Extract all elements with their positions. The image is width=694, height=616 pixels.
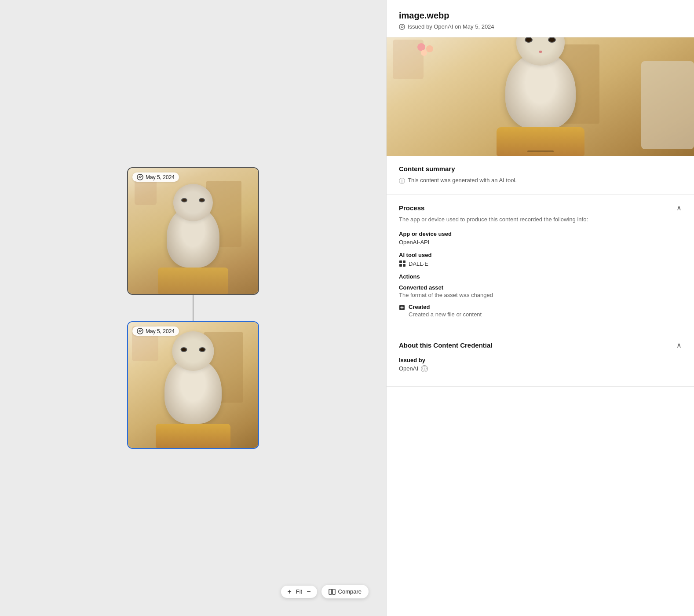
svg-rect-11 [403, 264, 405, 267]
process-subtitle: The app or device used to produce this c… [399, 216, 682, 224]
panel-header: image.webp Issued by OpenAI on May 5, 20… [387, 0, 694, 37]
image-node-bottom[interactable]: May 5, 2024 [127, 321, 259, 449]
action-created-content: Created Created a new file or content [409, 304, 482, 318]
ai-tool-label: AI tool used [399, 252, 682, 258]
top-node-date-badge: May 5, 2024 [132, 172, 179, 182]
info-icon: ⓘ [399, 176, 405, 186]
right-panel: image.webp Issued by OpenAI on May 5, 20… [386, 0, 694, 616]
panel-cat-scene [387, 37, 694, 156]
svg-rect-5 [332, 589, 335, 594]
canvas-content: May 5, 2024 [127, 167, 259, 449]
cat-eye-left [181, 198, 187, 202]
flowers [417, 43, 439, 70]
process-title: Process [399, 204, 424, 212]
panel-issued: Issued by OpenAI on May 5, 2024 [399, 23, 682, 30]
svg-rect-9 [403, 260, 405, 263]
ai-tool-field: AI tool used DALL·E [399, 252, 682, 267]
cat-stool-2 [156, 424, 230, 448]
bottom-cat-image [128, 322, 258, 448]
zoom-in-button[interactable]: + [286, 588, 292, 595]
cat-stool [158, 268, 228, 294]
bottom-node-date: May 5, 2024 [146, 328, 175, 334]
content-summary-section: Content summary ⓘ This content was gener… [387, 156, 694, 195]
content-summary-desc: ⓘ This content was generated with an AI … [399, 176, 682, 186]
panel-issued-text: Issued by OpenAI on May 5, 2024 [408, 23, 494, 30]
issued-by-info-icon[interactable]: ⓘ [421, 365, 428, 372]
action-created: Created Created a new file or content [399, 304, 682, 318]
actions-label: Actions [399, 273, 682, 280]
scroll-indicator [527, 150, 554, 152]
fit-label: Fit [296, 588, 302, 595]
cr-icon-top [137, 174, 143, 180]
app-device-value: OpenAI-API [399, 239, 682, 246]
main-canvas: May 5, 2024 [0, 0, 386, 616]
compare-icon [329, 589, 336, 595]
panel-filename: image.webp [399, 11, 682, 21]
top-node-date: May 5, 2024 [146, 174, 175, 180]
zoom-controls: + Fit − [281, 586, 317, 598]
app-device-field: App or device used OpenAI-API [399, 231, 682, 246]
app-device-label: App or device used [399, 231, 682, 237]
action-converted-desc: The format of the asset was changed [399, 292, 682, 298]
content-summary-title: Content summary [399, 165, 682, 172]
created-icon [399, 304, 405, 312]
svg-point-3 [139, 331, 141, 333]
cat-eye-right-2 [199, 347, 206, 352]
about-header: About this Content Credential ∧ [399, 341, 682, 350]
issued-by-field: Issued by OpenAI ⓘ [399, 357, 682, 372]
issued-by-value: OpenAI ⓘ [399, 365, 682, 372]
actions-section: Actions Converted asset The format of th… [399, 273, 682, 318]
process-section: Process ∧ The app or device used to prod… [387, 195, 694, 332]
cat-head-2 [172, 331, 214, 371]
action-converted: Converted asset The format of the asset … [399, 284, 682, 298]
svg-point-7 [402, 27, 403, 28]
about-chevron[interactable]: ∧ [676, 341, 682, 349]
compare-label: Compare [338, 588, 362, 595]
svg-rect-8 [399, 260, 402, 263]
action-created-title: Created [409, 304, 482, 310]
about-section: About this Content Credential ∧ Issued b… [387, 332, 694, 387]
ai-tool-value: DALL·E [399, 260, 682, 267]
top-cat-image [128, 168, 258, 294]
action-converted-title: Converted asset [399, 284, 682, 291]
cat-eye-left-2 [181, 347, 187, 352]
svg-rect-10 [399, 264, 402, 267]
cat-eye-right [199, 198, 205, 202]
svg-point-1 [139, 177, 141, 179]
process-header: Process ∧ [399, 204, 682, 212]
process-chevron[interactable]: ∧ [676, 204, 682, 212]
toolbar: + Fit − Compare [281, 585, 369, 598]
connector-line [193, 295, 194, 321]
action-created-desc: Created a new file or content [409, 311, 482, 318]
bottom-node-date-badge: May 5, 2024 [132, 326, 179, 336]
about-title: About this Content Credential [399, 341, 493, 350]
compare-button[interactable]: Compare [321, 585, 369, 598]
issued-by-label: Issued by [399, 357, 682, 363]
panel-thumbnail [387, 37, 694, 156]
action-created-with-icon: Created Created a new file or content [399, 304, 682, 318]
image-node-top[interactable]: May 5, 2024 [127, 167, 259, 295]
zoom-out-button[interactable]: − [306, 588, 311, 595]
dalle-icon [399, 260, 406, 267]
svg-rect-4 [329, 589, 332, 594]
cat-head [173, 184, 213, 221]
cr-icon-panel [399, 24, 405, 30]
cr-icon-bottom [137, 328, 143, 334]
